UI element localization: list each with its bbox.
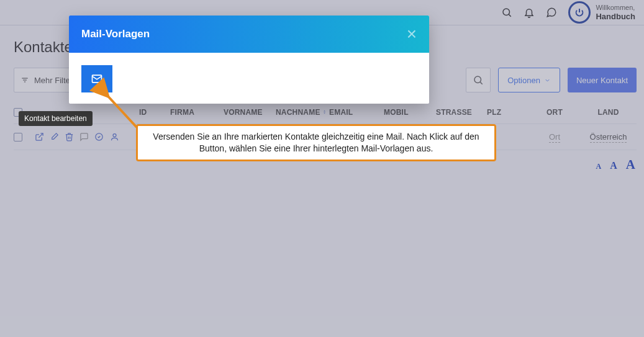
- bell-icon[interactable]: [524, 7, 535, 18]
- svg-point-10: [113, 134, 116, 137]
- filter-icon: [20, 76, 29, 84]
- close-icon[interactable]: ×: [407, 24, 417, 44]
- modal-title: Mail-Vorlagen: [81, 28, 150, 40]
- filter-label: Mehr Filter: [34, 76, 73, 85]
- welcome-block[interactable]: Willkommen, Handbuch: [568, 1, 635, 24]
- col-firma[interactable]: FIRMA: [170, 108, 224, 117]
- col-vorname[interactable]: VORNAME: [224, 108, 276, 117]
- comment-icon[interactable]: [79, 132, 89, 142]
- svg-point-0: [503, 9, 510, 16]
- mail-templates-modal: Mail-Vorlagen ×: [69, 16, 429, 104]
- sort-icon: [322, 109, 327, 115]
- font-size-controls: A A A: [596, 157, 635, 173]
- svg-point-5: [474, 76, 481, 83]
- table-header-row: ID FIRMA VORNAME NACHNAME EMAIL MOBIL ST…: [14, 101, 637, 124]
- svg-marker-8: [324, 112, 325, 114]
- send-mail-button[interactable]: [81, 65, 112, 92]
- search-button[interactable]: [466, 68, 491, 92]
- power-icon: [568, 1, 591, 24]
- welcome-name: Handbuch: [596, 12, 635, 22]
- font-medium[interactable]: A: [610, 160, 617, 171]
- svg-marker-7: [324, 110, 325, 111]
- open-external-icon[interactable]: [35, 132, 44, 142]
- options-button[interactable]: Optionen: [498, 68, 560, 92]
- col-plz[interactable]: PLZ: [487, 108, 529, 117]
- search-icon: [473, 74, 484, 86]
- help-callout: Versenden Sie an Ihre markierten Kontakt…: [136, 124, 496, 161]
- search-icon[interactable]: [501, 7, 512, 18]
- chevron-down-icon: [544, 77, 551, 84]
- welcome-label: Willkommen,: [596, 4, 635, 12]
- col-email[interactable]: EMAIL: [329, 108, 384, 117]
- options-label: Optionen: [507, 76, 540, 85]
- new-contact-button[interactable]: Neuer Kontakt: [568, 68, 637, 92]
- svg-line-1: [509, 14, 511, 16]
- font-large[interactable]: A: [626, 157, 635, 173]
- edit-tooltip: Kontakt bearbeiten: [19, 111, 93, 126]
- chat-icon[interactable]: [546, 7, 557, 18]
- font-small[interactable]: A: [596, 162, 602, 171]
- row-checkbox[interactable]: [14, 133, 22, 142]
- check-circle-icon[interactable]: [94, 132, 104, 142]
- col-id[interactable]: ID: [139, 108, 170, 117]
- trash-icon[interactable]: [65, 132, 74, 142]
- col-ort[interactable]: ORT: [529, 108, 580, 117]
- mail-icon: [91, 73, 103, 85]
- row-ort[interactable]: Ort: [549, 132, 560, 143]
- svg-line-6: [481, 82, 483, 84]
- col-strasse[interactable]: STRASSE: [436, 108, 487, 117]
- row-land[interactable]: Österreich: [590, 132, 627, 143]
- col-land[interactable]: LAND: [580, 108, 637, 117]
- page-title: Kontakte: [14, 38, 73, 56]
- user-icon[interactable]: [110, 132, 119, 142]
- col-mobil[interactable]: MOBIL: [384, 108, 436, 117]
- edit-icon[interactable]: [50, 132, 59, 142]
- col-nachname[interactable]: NACHNAME: [276, 108, 329, 117]
- modal-header: Mail-Vorlagen ×: [69, 16, 429, 53]
- new-contact-label: Neuer Kontakt: [576, 76, 628, 85]
